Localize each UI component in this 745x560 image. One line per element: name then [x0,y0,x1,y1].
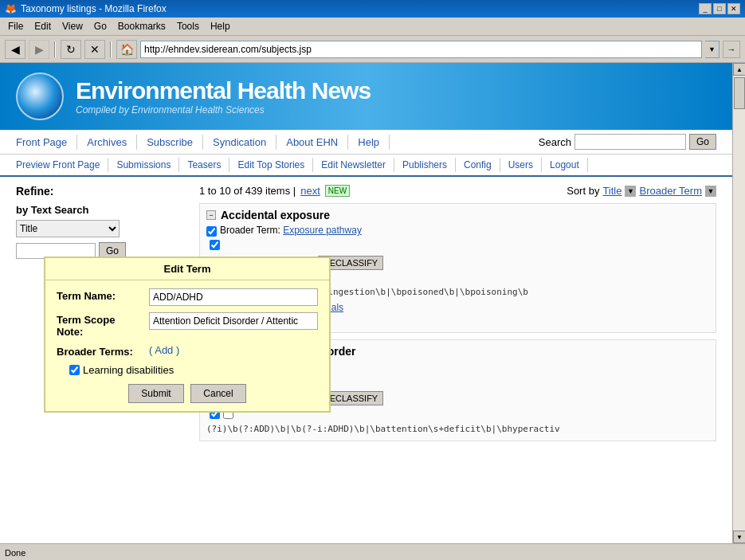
nav-edit-top-stories[interactable]: Edit Top Stories [229,158,313,172]
reload-button[interactable]: ↻ [61,40,81,59]
site-title: Environmental Health News [76,77,371,104]
dialog-term-name-label: Term Name: [57,288,144,302]
dialog-submit-button[interactable]: Submit [128,384,184,403]
tax-checkbox-1[interactable] [206,226,217,237]
dialog-scope-note-input[interactable] [149,312,318,330]
nav-syndication[interactable]: Syndication [203,135,276,150]
sort-broader-arrow[interactable]: ▼ [705,186,716,197]
nav-secondary: Preview Front Page Submissions Teasers E… [0,155,732,177]
nav-front-page[interactable]: Front Page [16,135,77,150]
menubar: File Edit View Go Bookmarks Tools Help [0,18,745,36]
scroll-track[interactable] [733,76,745,531]
site-subtitle: Compiled by Environmental Health Science… [76,104,371,116]
dialog-scope-note-label: Term Scope Note: [57,312,144,338]
dialog-term-name-input[interactable] [149,288,318,306]
refine-by-text-search: by Text Search [16,204,187,216]
main-area: Environmental Health News Compiled by En… [0,63,732,543]
scroll-up-button[interactable]: ▲ [733,63,745,76]
pagination-text: 1 to 10 of 439 items | [199,185,296,197]
minimize-button[interactable]: _ [699,3,712,14]
address-dropdown-button[interactable]: ▼ [705,41,720,58]
window-title: Taxonomy listings - Mozilla Firefox [21,3,167,14]
maximize-button[interactable]: □ [713,3,726,14]
nav-config[interactable]: Config [456,158,500,172]
pagination-left: 1 to 10 of 439 items | next NEW [199,185,350,197]
nav-publishers[interactable]: Publishers [394,158,456,172]
site-logo [16,72,64,120]
scroll-thumb[interactable] [734,77,745,109]
nav-about-ehn[interactable]: About EHN [276,135,348,150]
nav-subscribe[interactable]: Subscribe [137,135,203,150]
dialog-learning-disabilities-checkbox[interactable] [69,365,80,375]
nav-submissions[interactable]: Submissions [108,158,179,172]
nav-teasers[interactable]: Teasers [179,158,229,172]
broader-terms-area: ( Add ) [149,344,179,356]
stop-button[interactable]: ✕ [84,40,105,59]
page-body: Refine: by Text Search Title Go 1 to [0,177,732,495]
menu-edit[interactable]: Edit [29,19,56,33]
menu-tools[interactable]: Tools [172,19,204,33]
sort-area: Sort by Title ▼ Broader Term ▼ [567,185,716,197]
refine-title: Refine: [16,185,187,198]
status-text: Done [5,548,25,558]
broader-term-label-1: Broader Term: Exposure pathway [220,225,362,236]
nav-logout[interactable]: Logout [542,158,588,172]
menu-view[interactable]: View [57,19,88,33]
window-controls[interactable]: _ □ ✕ [699,3,740,14]
broader-term-link-1[interactable]: Exposure pathway [283,225,362,236]
refine-panel: Refine: by Text Search Title Go [16,185,199,260]
site-title-block: Environmental Health News Compiled by En… [76,77,371,116]
toolbar-separator-1 [54,41,56,57]
sort-title-link[interactable]: Title [602,185,621,197]
nav-edit-newsletter[interactable]: Edit Newsletter [313,158,394,172]
nav-users[interactable]: Users [500,158,542,172]
tax-checkbox-1b[interactable] [210,240,220,250]
statusbar: Done [0,543,745,560]
pagination-row: 1 to 10 of 439 items | next NEW Sort by … [199,185,716,197]
menu-help[interactable]: Help [206,19,235,33]
dialog-buttons: Submit Cancel [57,384,318,403]
back-button[interactable]: ◀ [5,40,25,59]
search-area: Search Go [539,134,716,150]
address-go-button[interactable]: → [723,41,740,58]
window-titlebar: 🦊 Taxonomy listings - Mozilla Firefox _ … [0,0,745,18]
scrollbar-right[interactable]: ▲ ▼ [732,63,745,543]
scroll-down-button[interactable]: ▼ [733,531,745,543]
nav-preview-front-page[interactable]: Preview Front Page [16,158,108,172]
menu-file[interactable]: File [3,19,28,33]
search-label: Search [539,136,571,148]
sort-title-arrow[interactable]: ▼ [625,186,636,197]
toolbar-separator-2 [110,41,112,57]
tax-item-header-1: − Accidental exposure [206,209,709,221]
nav-archives[interactable]: Archives [77,135,137,150]
nav-help[interactable]: Help [348,135,390,150]
address-input[interactable] [140,41,702,58]
sort-label: Sort by [567,185,599,197]
dialog-checkbox-row: Learning disabilities [69,364,318,376]
dialog-broader-terms-row: Broader Terms: ( Add ) [57,344,318,358]
window-favicon: 🦊 [5,3,17,14]
menu-bookmarks[interactable]: Bookmarks [113,19,171,33]
collapse-button-1[interactable]: − [206,210,216,220]
new-badge: NEW [325,185,350,197]
dialog-title-bar: Edit Term [45,258,329,280]
regex-text-2: (?i)\b(?:ADD)\b|\b(?-i:ADHD)\b|\battenti… [206,422,709,436]
dialog-add-link[interactable]: ( Add ) [149,344,179,356]
address-bar-container: ▼ → [140,41,740,58]
site-header: Environmental Health News Compiled by En… [0,63,732,130]
menu-go[interactable]: Go [89,19,112,33]
search-input[interactable] [574,134,686,150]
dialog-cancel-button[interactable]: Cancel [190,384,246,403]
sort-broader-link[interactable]: Broader Term [639,185,702,197]
dialog-term-name-row: Term Name: [57,288,318,306]
search-go-button[interactable]: Go [689,134,716,150]
broader-checkbox-list: Learning disabilities [57,364,318,376]
forward-button[interactable]: ▶ [29,40,49,59]
dialog-learning-disabilities-label: Learning disabilities [83,364,174,376]
close-button[interactable]: ✕ [727,3,740,14]
pagination-next[interactable]: next [300,185,320,197]
refine-select[interactable]: Title [16,220,120,237]
home-button[interactable]: 🏠 [116,40,137,59]
dialog-broader-terms-label: Broader Terms: [57,344,144,358]
nav-primary: Front Page Archives Subscribe Syndicatio… [0,130,732,155]
